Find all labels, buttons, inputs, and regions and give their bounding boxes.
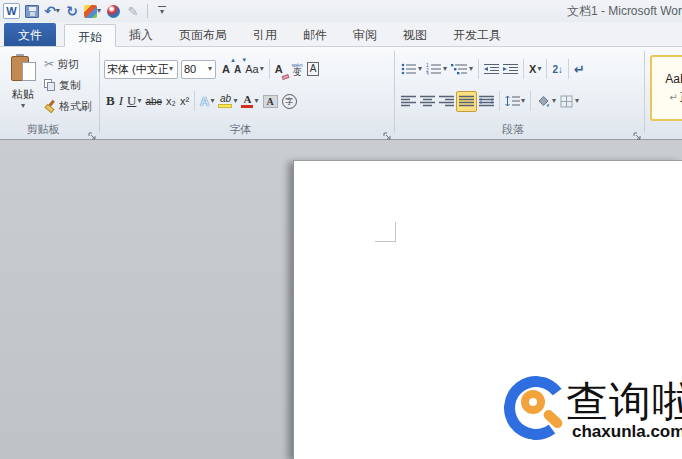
undo-icon: ↶: [44, 3, 56, 19]
format-painter-button[interactable]: 格式刷: [44, 97, 92, 115]
document-page[interactable]: 查询啦 chaxunla.com: [293, 160, 682, 459]
phonetic-guide-button[interactable]: wén变: [290, 59, 305, 80]
highlight-button[interactable]: ab▾: [216, 91, 239, 112]
shading-button[interactable]: ▾: [534, 91, 558, 112]
sort-button[interactable]: 2↓: [550, 59, 565, 80]
paragraph-mark-icon: ↵: [574, 62, 585, 77]
line-spacing-button[interactable]: ▾: [503, 91, 527, 112]
tab-home[interactable]: 开始: [64, 24, 116, 47]
tab-developer[interactable]: 开发工具: [440, 23, 514, 46]
document-workspace: 查询啦 chaxunla.com: [0, 141, 682, 459]
decrease-indent-button[interactable]: [482, 59, 501, 80]
redo-button[interactable]: ↻: [64, 2, 80, 20]
tab-page-layout[interactable]: 页面布局: [166, 23, 240, 46]
superscript-button[interactable]: x²: [178, 91, 191, 112]
paragraph-group-label: 段落: [395, 122, 631, 137]
italic-button[interactable]: I: [117, 91, 125, 112]
numbering-button[interactable]: 123▾: [424, 59, 449, 80]
bullets-icon: [401, 63, 417, 75]
align-right-button[interactable]: [437, 91, 456, 112]
clipboard-group-label: 剪贴板: [0, 122, 86, 137]
brush-tool-button[interactable]: ▾: [84, 2, 101, 20]
copy-label: 复制: [59, 78, 81, 93]
pen-icon: ✎: [128, 4, 139, 19]
format-painter-label: 格式刷: [59, 99, 92, 114]
font-color-button[interactable]: A▾: [239, 91, 260, 112]
show-hide-marks-button[interactable]: ↵: [572, 59, 587, 80]
subscript-button[interactable]: x₂: [164, 91, 178, 112]
pen-tool-button[interactable]: ✎: [125, 2, 141, 20]
clipboard-dialog-launcher[interactable]: [88, 127, 97, 136]
align-left-icon: [401, 95, 416, 107]
increase-indent-button[interactable]: [501, 59, 520, 80]
bold-button[interactable]: B: [104, 91, 117, 112]
distribute-icon: [479, 95, 494, 107]
paste-button[interactable]: 粘贴 ▾: [4, 55, 42, 127]
copy-button[interactable]: 复制: [44, 76, 92, 94]
align-center-button[interactable]: [418, 91, 437, 112]
decrease-indent-icon: [484, 63, 499, 75]
underline-button[interactable]: U▾: [125, 91, 143, 112]
watermark-site-text: chaxunla.com: [572, 422, 682, 442]
enclose-character-icon: 字: [282, 94, 297, 109]
text-effects-icon: A: [200, 94, 209, 109]
asian-layout-button[interactable]: X▾: [527, 59, 543, 80]
font-size-combo[interactable]: 80▾: [181, 60, 216, 79]
tab-file[interactable]: 文件: [4, 23, 56, 46]
tab-references[interactable]: 引用: [240, 23, 290, 46]
cut-button[interactable]: ✂剪切: [44, 55, 92, 73]
character-shading-button[interactable]: A: [261, 91, 280, 112]
tab-insert[interactable]: 插入: [116, 23, 166, 46]
tab-view[interactable]: 视图: [390, 23, 440, 46]
brush-dropdown-icon[interactable]: ▾: [97, 7, 101, 15]
character-border-icon: A: [307, 62, 320, 76]
character-border-button[interactable]: A: [305, 59, 322, 80]
font-name-combo[interactable]: 宋体 (中文正文▾: [104, 60, 178, 79]
align-left-button[interactable]: [399, 91, 418, 112]
save-icon: [25, 5, 39, 18]
word-logo-icon[interactable]: W: [3, 2, 20, 20]
underline-dropdown-icon[interactable]: ▾: [137, 97, 141, 105]
style-normal-button[interactable]: AaBb ↵正: [650, 55, 682, 121]
asian-layout-icon: X: [529, 63, 536, 75]
style-preview-text: AaBb: [665, 72, 682, 86]
change-case-dropdown-icon[interactable]: ▾: [260, 65, 264, 73]
justify-icon: [459, 95, 474, 107]
line-spacing-icon: [505, 95, 520, 107]
paragraph-dialog-launcher[interactable]: [633, 127, 642, 136]
shrink-font-button[interactable]: A▼: [232, 59, 243, 80]
text-effects-button[interactable]: A▾: [198, 91, 216, 112]
character-shading-icon: A: [263, 95, 278, 108]
margin-crop-mark-horizontal: [375, 241, 396, 242]
font-size-dropdown-icon[interactable]: ▾: [208, 65, 212, 73]
increase-indent-icon: [503, 63, 518, 75]
font-dialog-launcher[interactable]: [383, 127, 392, 136]
multilevel-list-icon: [451, 63, 468, 75]
paragraph-group: ▾ 123▾ ▾ X▾ 2↓ ↵ ▾: [395, 47, 645, 139]
font-name-dropdown-icon[interactable]: ▾: [169, 65, 173, 73]
font-name-value: 宋体 (中文正文: [107, 62, 169, 77]
ribbon: 粘贴 ▾ ✂剪切 复制 格式刷 剪贴板 宋体 (中文正文▾ 80▾ A▲ A▼ …: [0, 47, 682, 140]
customize-qat-button[interactable]: ▾: [154, 2, 170, 20]
undo-dropdown-icon[interactable]: ▾: [56, 7, 60, 15]
tab-mailings[interactable]: 邮件: [290, 23, 340, 46]
phonetic-guide-icon: wén变: [292, 62, 303, 77]
align-right-icon: [439, 95, 454, 107]
clear-formatting-button[interactable]: A: [273, 59, 285, 80]
save-button[interactable]: [24, 2, 40, 20]
tab-review[interactable]: 审阅: [340, 23, 390, 46]
enclose-character-button[interactable]: 字: [280, 91, 299, 112]
strikethrough-button[interactable]: abe: [143, 91, 164, 112]
highlight-icon: ab: [218, 94, 232, 108]
grow-font-button[interactable]: A▲: [220, 59, 232, 80]
bullets-button[interactable]: ▾: [399, 59, 424, 80]
paste-dropdown-icon[interactable]: ▾: [21, 102, 25, 110]
justify-button[interactable]: [456, 91, 477, 112]
undo-button[interactable]: ↶▾: [44, 2, 60, 20]
multilevel-list-button[interactable]: ▾: [449, 59, 475, 80]
window-title: 文档1 - Microsoft Wor: [567, 3, 682, 20]
color-ball-button[interactable]: [105, 2, 121, 20]
borders-button[interactable]: ▾: [558, 91, 581, 112]
distribute-button[interactable]: [477, 91, 496, 112]
copy-icon: [44, 79, 56, 92]
